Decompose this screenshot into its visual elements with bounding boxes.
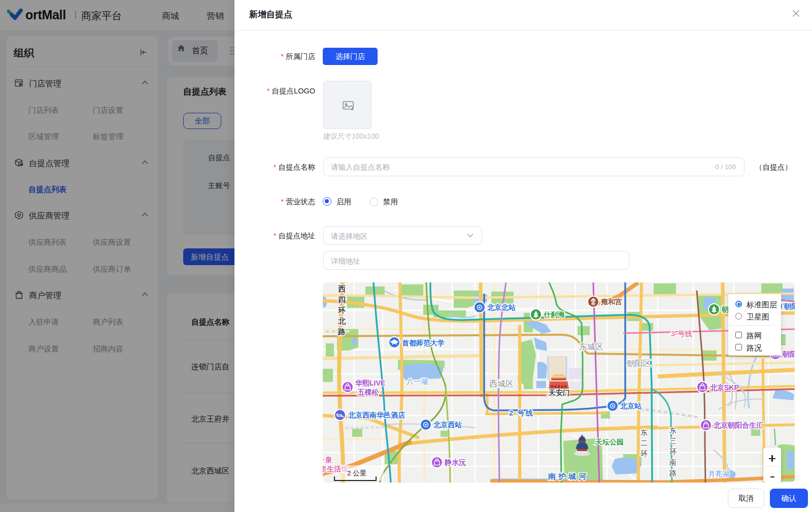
svg-text:·五棵松: ·五棵松	[355, 388, 379, 396]
svg-text:静水沅: 静水沅	[444, 458, 466, 466]
svg-text:·泉: ·泉	[323, 456, 332, 464]
svg-text:天安门: 天安门	[548, 389, 570, 397]
svg-text:东: 东	[669, 426, 676, 434]
svg-text:朝阳: 朝阳	[782, 350, 795, 358]
svg-text:南护城河: 南护城河	[548, 472, 589, 481]
svg-text:北京朝阳合生汇: 北京朝阳合生汇	[713, 421, 763, 429]
svg-text:月亮湖: 月亮湖	[708, 470, 729, 478]
svg-text:西城区: 西城区	[489, 379, 514, 388]
svg-text:环: 环	[640, 450, 648, 458]
svg-text:北京西南华邑酒店: 北京西南华邑酒店	[348, 411, 405, 419]
svg-text:环: 环	[337, 306, 346, 314]
svg-text:首都师范大学: 首都师范大学	[402, 339, 445, 347]
svg-text:北京SKP: 北京SKP	[709, 383, 739, 392]
svg-text:雍和宫: 雍和宫	[600, 298, 622, 306]
svg-text:四: 四	[338, 295, 346, 304]
svg-text:北京西站: 北京西站	[433, 421, 462, 429]
svg-text:2 公里: 2 公里	[347, 469, 366, 477]
svg-text:南: 南	[669, 458, 676, 466]
svg-text:东: 东	[640, 428, 648, 436]
svg-text:八一湖: 八一湖	[407, 377, 428, 386]
svg-text:2 号线: 2 号线	[509, 409, 534, 417]
svg-text:什刹海: 什刹海	[543, 310, 565, 318]
svg-text:三: 三	[669, 437, 676, 445]
svg-text:北: 北	[337, 316, 346, 325]
svg-text:华熙LIVE: 华熙LIVE	[355, 379, 385, 387]
svg-text:西: 西	[338, 284, 346, 293]
svg-text:北京北站: 北京北站	[487, 303, 516, 311]
svg-text:天坛公园: 天坛公园	[595, 438, 624, 446]
svg-text:二: 二	[640, 439, 648, 447]
svg-text:北京站: 北京站	[620, 402, 641, 410]
svg-text:路: 路	[669, 469, 676, 477]
svg-text:朝阳站: 朝阳站	[784, 302, 795, 310]
svg-text:路: 路	[337, 327, 346, 336]
svg-text:朝阳区: 朝阳区	[627, 359, 651, 368]
svg-text:环: 环	[669, 447, 676, 456]
svg-text:东城区: 东城区	[579, 342, 603, 351]
svg-text:3-号线: 3-号线	[671, 330, 692, 338]
